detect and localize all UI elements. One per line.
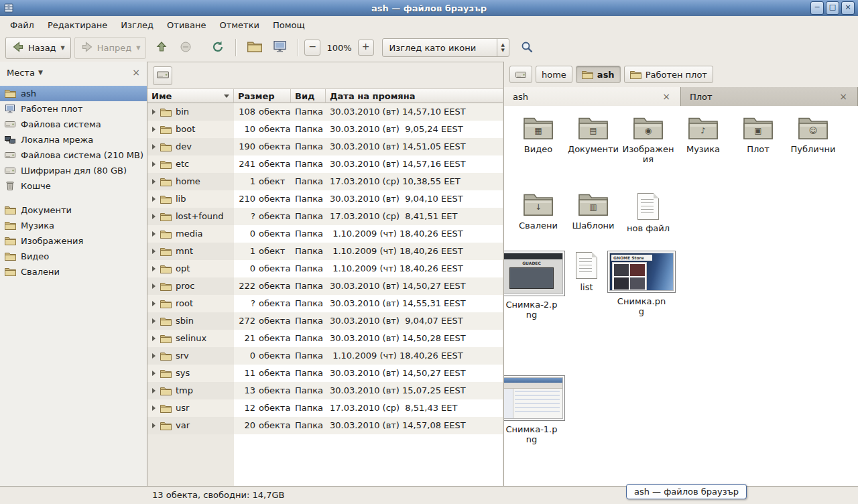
expander-icon[interactable]: [152, 371, 156, 376]
expander-icon[interactable]: [152, 318, 156, 324]
sidebar-item[interactable]: Документи: [0, 202, 147, 218]
search-button[interactable]: [517, 38, 536, 58]
icon-item[interactable]: ♪Музика: [676, 115, 731, 154]
table-row[interactable]: mnt1обектПапка 1.10.2009 (чт) 18,40,26 E…: [147, 243, 503, 260]
expander-icon[interactable]: [152, 179, 156, 184]
expander-icon[interactable]: [152, 144, 156, 149]
maximize-button[interactable]: □: [826, 1, 839, 15]
expander-icon[interactable]: [152, 109, 156, 115]
sidebar-item[interactable]: Видео: [0, 249, 147, 264]
expander-icon[interactable]: [152, 249, 156, 254]
sidebar-item[interactable]: ash: [0, 86, 147, 101]
icon-item[interactable]: GUADECСнимка-2.png: [504, 251, 559, 320]
icon-item[interactable]: ☺Публични: [786, 115, 841, 154]
icon-item[interactable]: Снимка-1.png: [504, 375, 559, 445]
path-button-Работен плот[interactable]: Работен плот: [624, 66, 713, 83]
menu-go[interactable]: Отиване: [160, 17, 212, 33]
sidebar-item[interactable]: Изображения: [0, 233, 147, 249]
sidebar-item[interactable]: Файлова система (210 MB): [0, 147, 147, 163]
sidebar-item[interactable]: Музика: [0, 218, 147, 233]
zoom-in-button[interactable]: +: [358, 40, 374, 56]
table-row[interactable]: lost+found?обектаПапка17.03.2010 (ср) 8,…: [147, 208, 503, 225]
table-row[interactable]: root?обектаПапка30.03.2010 (вт) 14,55,31…: [147, 295, 503, 312]
up-button[interactable]: [152, 38, 171, 58]
menu-edit[interactable]: Редактиране: [41, 17, 114, 33]
menu-view[interactable]: Изглед: [114, 17, 160, 33]
expander-icon[interactable]: [152, 214, 156, 219]
icon-item[interactable]: ▣Плот: [731, 115, 786, 154]
table-row[interactable]: media0обектаПапка 1.10.2009 (чт) 18,40,2…: [147, 225, 503, 243]
table-row[interactable]: proc222обектаПапка30.03.2010 (вт) 14,50,…: [147, 277, 503, 295]
expander-icon[interactable]: [152, 336, 156, 341]
icon-item[interactable]: list: [559, 251, 614, 292]
icon-item[interactable]: ▦Видео: [511, 115, 566, 154]
icon-view[interactable]: ▦Видео▤Документи◉Изображения♪Музика▣Плот…: [504, 106, 858, 487]
icon-item[interactable]: ▤Документи: [566, 115, 621, 154]
icon-item[interactable]: ▥Шаблони: [566, 192, 621, 231]
expander-icon[interactable]: [152, 301, 156, 306]
column-header-type[interactable]: Вид: [291, 88, 326, 103]
table-row[interactable]: sys11обектаПапка30.03.2010 (вт) 14,50,27…: [147, 365, 503, 382]
expander-icon[interactable]: [152, 284, 156, 289]
computer-button[interactable]: [270, 38, 290, 57]
titlebar[interactable]: ash — файлов браузър − □ ×: [0, 0, 858, 16]
column-header-size[interactable]: Размер: [234, 88, 291, 103]
view-mode-combobox[interactable]: Изглед като икони ▲▼: [382, 38, 509, 57]
menu-file[interactable]: Файл: [3, 17, 41, 33]
table-row[interactable]: srv0обектаПапка 1.10.2009 (чт) 18,40,26 …: [147, 347, 503, 365]
table-row[interactable]: home1обектПапка17.03.2010 (ср) 10,38,55 …: [147, 173, 503, 190]
sidebar-close-icon[interactable]: ×: [132, 68, 140, 77]
table-row[interactable]: opt0обектаПапка 1.10.2009 (чт) 18,40,26 …: [147, 260, 503, 277]
icon-item[interactable]: ◉Изображения: [621, 115, 676, 165]
column-header-date[interactable]: Дата на промяна: [326, 88, 503, 103]
expander-icon[interactable]: [152, 405, 156, 411]
table-row[interactable]: lib210обектаПапка30.03.2010 (вт) 9,04,10…: [147, 190, 503, 208]
table-row[interactable]: dev190обектаПапка30.03.2010 (вт) 14,51,0…: [147, 138, 503, 155]
tab[interactable]: ash×: [504, 87, 681, 106]
sidebar-title[interactable]: Места: [7, 68, 35, 78]
icon-item[interactable]: GNOME StoreСнимка.png: [614, 251, 669, 317]
table-row[interactable]: usr12обектаПапка17.03.2010 (ср) 8,51,43 …: [147, 399, 503, 417]
expander-icon[interactable]: [152, 266, 156, 271]
expander-icon[interactable]: [152, 353, 156, 359]
path-button-root[interactable]: [509, 66, 532, 83]
icon-item[interactable]: нов файл: [621, 192, 676, 233]
table-row[interactable]: var20обектаПапка30.03.2010 (вт) 14,57,08…: [147, 417, 503, 434]
expander-icon[interactable]: [152, 423, 156, 428]
root-location-button[interactable]: [153, 66, 172, 85]
tab[interactable]: Плот×: [681, 87, 858, 106]
sidebar-item[interactable]: Шифриран дял (80 GB): [0, 163, 147, 178]
sidebar-item[interactable]: Кошче: [0, 178, 147, 194]
back-button[interactable]: Назад ▼: [5, 37, 71, 59]
icon-item[interactable]: ↓Свалени: [511, 192, 566, 231]
path-button-ash[interactable]: ash: [576, 66, 621, 83]
expander-icon[interactable]: [152, 231, 156, 237]
menu-help[interactable]: Помощ: [266, 17, 312, 33]
minimize-button[interactable]: −: [810, 1, 824, 15]
sidebar-item[interactable]: Локална мрежа: [0, 132, 147, 147]
sidebar-item[interactable]: Файлова система: [0, 117, 147, 132]
table-row[interactable]: boot10обектаПапка30.03.2010 (вт) 9,05,24…: [147, 121, 503, 138]
expander-icon[interactable]: [152, 388, 156, 393]
expander-icon[interactable]: [152, 196, 156, 202]
close-button[interactable]: ×: [841, 1, 855, 15]
sidebar-chevron-down-icon[interactable]: ▼: [38, 69, 43, 76]
combo-spinner-icon[interactable]: ▲▼: [497, 39, 509, 56]
home-button[interactable]: [245, 38, 265, 57]
table-row[interactable]: etc241обектаПапка30.03.2010 (вт) 14,57,1…: [147, 155, 503, 173]
stop-button[interactable]: [176, 38, 195, 58]
expander-icon[interactable]: [152, 162, 156, 167]
sidebar-item[interactable]: Свалени: [0, 264, 147, 279]
zoom-out-button[interactable]: −: [304, 40, 320, 56]
forward-button[interactable]: Напред ▼: [74, 37, 147, 59]
column-header-name[interactable]: Име: [147, 88, 234, 103]
table-row[interactable]: tmp13обектаПапка30.03.2010 (вт) 15,07,25…: [147, 382, 503, 399]
table-row[interactable]: sbin272обектаПапка30.03.2010 (вт) 9,04,0…: [147, 312, 503, 330]
table-row[interactable]: bin108обектаПапка30.03.2010 (вт) 14,57,1…: [147, 103, 503, 121]
sidebar-item[interactable]: Работен плот: [0, 101, 147, 117]
tab-close-icon[interactable]: ×: [661, 92, 672, 101]
table-row[interactable]: selinux21обектаПапка30.03.2010 (вт) 14,5…: [147, 330, 503, 347]
menu-bookmarks[interactable]: Отметки: [212, 17, 265, 33]
expander-icon[interactable]: [152, 127, 156, 132]
reload-button[interactable]: [208, 38, 227, 58]
